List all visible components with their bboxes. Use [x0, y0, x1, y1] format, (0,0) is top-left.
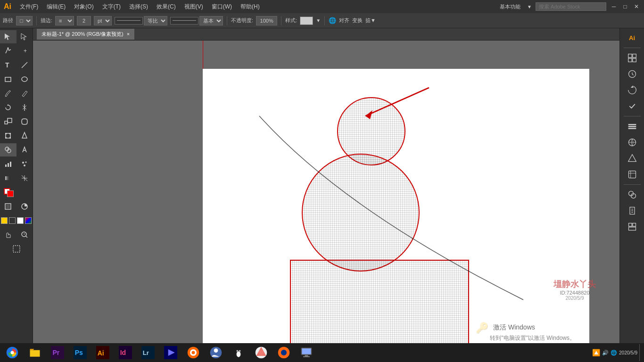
style-dropdown-icon[interactable]: ▼: [316, 18, 321, 23]
rect-tool-button[interactable]: [0, 73, 17, 86]
right-panel-btn-4[interactable]: [623, 99, 642, 114]
stroke-width-input[interactable]: [77, 16, 91, 25]
window-close-button[interactable]: ✕: [633, 3, 640, 10]
taskbar-orange-button[interactable]: [183, 344, 204, 361]
stroke-style-select[interactable]: 等比: [144, 16, 167, 25]
menu-window[interactable]: 窗口(W): [208, 2, 236, 12]
tray-icon-3[interactable]: 🌐: [611, 350, 617, 356]
workspace-label[interactable]: 基本功能: [500, 3, 520, 10]
right-panel-btn-1[interactable]: [623, 50, 642, 66]
scale-tool-button[interactable]: [0, 115, 17, 128]
line-tool-button[interactable]: [17, 58, 33, 72]
selection-tool-button[interactable]: [0, 30, 17, 43]
stroke-style2-select[interactable]: 基本: [199, 16, 223, 25]
taskbar-indesign-button[interactable]: Id: [115, 344, 136, 361]
shape-builder-tool-button[interactable]: +: [0, 143, 17, 156]
globe-icon[interactable]: 🌐: [329, 17, 336, 24]
add-anchor-tool-button[interactable]: +: [17, 44, 33, 58]
taskbar-folder-button[interactable]: [25, 344, 45, 361]
taskbar-penguin-button[interactable]: [228, 344, 249, 361]
tray-icon-1[interactable]: 🔼: [592, 349, 600, 356]
menu-edit[interactable]: 编辑(E): [43, 2, 69, 12]
svg-text:Id: Id: [120, 349, 126, 356]
color-mode-button[interactable]: [17, 200, 33, 213]
gradient-tool-button[interactable]: [0, 172, 17, 185]
taskbar-photoshop-button[interactable]: Ps: [70, 344, 91, 361]
rotate-tool-button[interactable]: [0, 101, 17, 114]
mesh-tool-button[interactable]: [17, 172, 33, 185]
svg-line-3: [22, 62, 27, 68]
opacity-input[interactable]: [256, 16, 277, 25]
symbol-sprayer-tool-button[interactable]: [17, 157, 33, 171]
right-ai-button[interactable]: Ai: [623, 30, 642, 45]
tool-row-artboard: [0, 242, 33, 255]
align-label[interactable]: 对齐: [339, 17, 349, 24]
stroke-shape-select[interactable]: □: [16, 16, 33, 25]
chart-tool-button[interactable]: [0, 157, 17, 171]
brush-tool-button[interactable]: [0, 87, 17, 100]
right-panel-btn-8[interactable]: [623, 167, 642, 182]
stroke-fill-indicator[interactable]: [0, 186, 17, 199]
pencil-tool-button[interactable]: [17, 87, 33, 100]
right-panel-btn-11[interactable]: [623, 219, 642, 234]
svg-rect-57: [632, 223, 636, 227]
menu-file[interactable]: 文件(F): [16, 2, 42, 12]
menu-view[interactable]: 视图(V): [181, 2, 207, 12]
opacity-label: 不透明度:: [231, 17, 253, 24]
svg-text:Ai: Ai: [98, 349, 104, 357]
window-minimize-button[interactable]: ─: [610, 3, 618, 10]
svg-rect-25: [5, 176, 11, 180]
workspace-dropdown-icon[interactable]: ▼: [527, 4, 532, 9]
stroke-unit-select[interactable]: pt: [94, 16, 112, 25]
menu-object[interactable]: 对象(O): [70, 2, 97, 12]
taskbar-computer-button[interactable]: [296, 344, 317, 361]
drawing-mode-button[interactable]: [0, 200, 17, 213]
right-panel-btn-3[interactable]: [623, 82, 642, 98]
tray-icon-2[interactable]: 🔊: [602, 350, 609, 356]
right-panel-btn-6[interactable]: [623, 135, 642, 150]
right-panel-btn-9[interactable]: [623, 187, 642, 202]
svg-point-79: [237, 351, 241, 357]
direct-selection-tool-button[interactable]: [17, 30, 33, 43]
taskbar-user-button[interactable]: [206, 344, 226, 361]
taskbar-firefox-button[interactable]: [273, 344, 294, 361]
menu-select[interactable]: 选择(S): [125, 2, 152, 12]
taskbar-premiere-button[interactable]: Pr: [47, 344, 68, 361]
live-paint-tool-button[interactable]: [17, 143, 33, 156]
search-input[interactable]: [536, 2, 606, 11]
right-panel-btn-10[interactable]: [623, 203, 642, 218]
taskbar-chrome-button[interactable]: [251, 344, 272, 361]
free-transform-tool-button[interactable]: [0, 129, 17, 142]
ellipse-tool-button[interactable]: [17, 73, 33, 86]
pen-tool-button[interactable]: [0, 44, 17, 58]
transform2-label[interactable]: 掂▼: [365, 17, 376, 24]
taskbar-lightroom-button[interactable]: Lr: [138, 344, 158, 361]
mirror-tool-button[interactable]: [17, 101, 33, 114]
right-panel-btn-5[interactable]: [623, 119, 642, 134]
svg-rect-27: [6, 205, 10, 208]
document-tab-close[interactable]: ×: [127, 31, 130, 37]
menu-type[interactable]: 文字(T): [99, 2, 124, 12]
color-swatches[interactable]: [0, 214, 33, 227]
artboard-tool-button[interactable]: [0, 242, 33, 255]
svg-point-24: [24, 165, 25, 166]
hand-tool-button[interactable]: [0, 228, 17, 241]
right-panel-btn-7[interactable]: [623, 151, 642, 166]
svg-rect-4: [5, 77, 11, 82]
stroke-type-select[interactable]: ≡: [55, 16, 74, 25]
perspective-tool-button[interactable]: [17, 129, 33, 142]
warp-tool-button[interactable]: [17, 115, 33, 128]
taskbar-browser-button[interactable]: [2, 344, 23, 361]
type-tool-button[interactable]: T: [0, 58, 17, 72]
right-panel-btn-2[interactable]: [623, 66, 642, 82]
transform-label[interactable]: 变换: [352, 17, 363, 24]
canvas-content[interactable]: 🔑 激活 Windows 转到"电脑设置"以激活 Windows。 塭静水丫头 …: [33, 41, 619, 343]
window-maximize-button[interactable]: □: [621, 3, 629, 10]
zoom-tool-button[interactable]: +: [17, 228, 33, 241]
taskbar-illustrator-button[interactable]: Ai: [92, 344, 113, 361]
show-desktop-button[interactable]: [639, 344, 642, 361]
menu-effect[interactable]: 效果(C): [153, 2, 180, 12]
document-tab[interactable]: 未标题-1* @ 200% (RGB/像素预览) ×: [37, 29, 134, 40]
menu-help[interactable]: 帮助(H): [237, 2, 264, 12]
taskbar-media-button[interactable]: [160, 344, 181, 361]
